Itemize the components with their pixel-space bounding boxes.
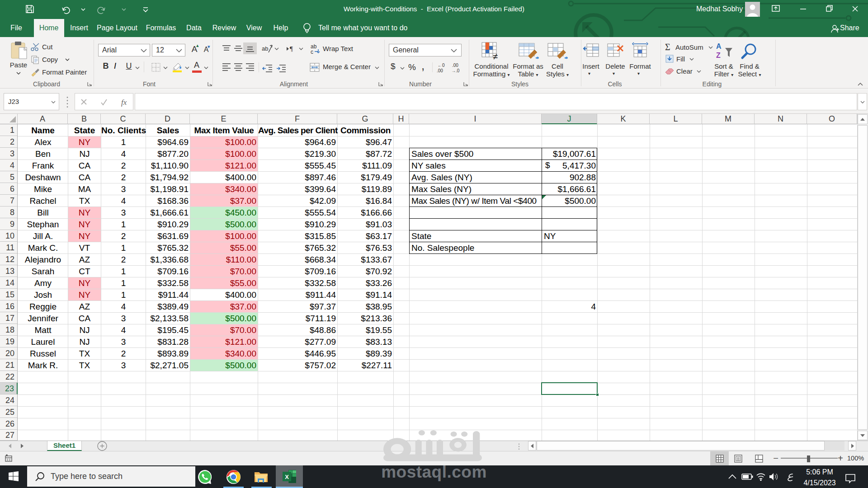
svg-text:fx: fx xyxy=(121,98,127,107)
svg-text:.00: .00 xyxy=(437,68,443,73)
svg-text:ab: ab xyxy=(262,45,268,52)
svg-text:.00: .00 xyxy=(452,63,458,68)
svg-text:→.0: →.0 xyxy=(451,68,460,73)
svg-text:←0: ←0 xyxy=(438,63,445,68)
svg-text:≠: ≠ xyxy=(493,52,498,61)
svg-text:X: X xyxy=(285,474,289,480)
svg-text:¶: ¶ xyxy=(290,45,293,52)
svg-text:Z: Z xyxy=(716,52,721,59)
svg-text:c: c xyxy=(311,49,313,55)
svg-text:A: A xyxy=(716,42,722,50)
